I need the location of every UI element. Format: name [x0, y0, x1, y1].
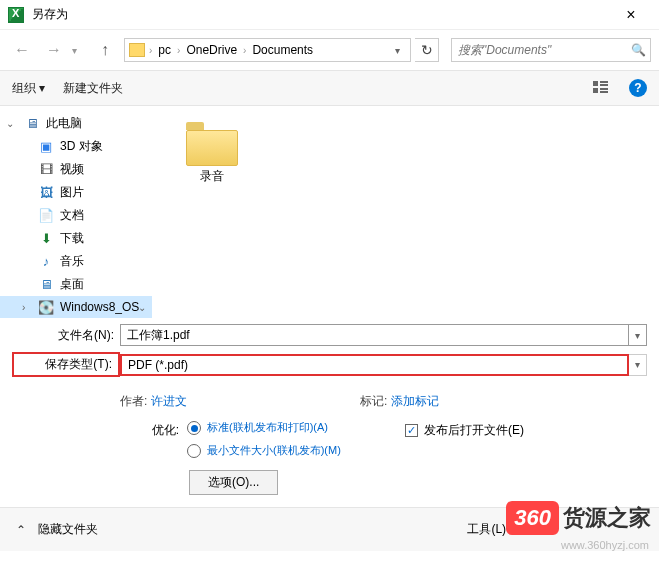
options-button[interactable]: 选项(O)...	[189, 470, 278, 495]
nav-up-button[interactable]: ↑	[94, 39, 116, 61]
search-input[interactable]	[452, 43, 626, 57]
breadcrumb-root[interactable]: pc	[154, 43, 175, 57]
nav-history-dropdown[interactable]: ▾	[72, 45, 86, 56]
sidebar-item-label: 下载	[60, 230, 84, 247]
chevron-down-icon: ⌄	[138, 302, 146, 313]
address-bar[interactable]: › pc › OneDrive › Documents ▾	[124, 38, 411, 62]
optimize-standard-radio[interactable]: 标准(联机发布和打印)(A)	[187, 420, 367, 435]
svg-rect-4	[600, 88, 608, 90]
sidebar-item-label: Windows8_OS	[60, 300, 139, 314]
sidebar-item-video[interactable]: 🎞 视频	[0, 158, 152, 181]
breadcrumb-mid[interactable]: OneDrive	[182, 43, 241, 57]
filetype-dropdown[interactable]: ▾	[629, 354, 647, 376]
nav-forward-button[interactable]: →	[40, 36, 68, 64]
sidebar-item-label: 此电脑	[46, 115, 82, 132]
radio-icon	[187, 444, 201, 458]
sidebar-item-desktop[interactable]: 🖥 桌面	[0, 273, 152, 296]
sidebar-item-3d[interactable]: ▣ 3D 对象	[0, 135, 152, 158]
organize-menu[interactable]: 组织 ▾	[12, 80, 45, 97]
sidebar-item-documents[interactable]: 📄 文档	[0, 204, 152, 227]
tags-label: 标记:	[360, 393, 387, 410]
music-icon: ♪	[38, 254, 54, 270]
refresh-button[interactable]: ↻	[415, 38, 439, 62]
sidebar-item-label: 图片	[60, 184, 84, 201]
search-box[interactable]: 🔍	[451, 38, 651, 62]
chevron-right-icon: ›	[149, 45, 152, 56]
svg-rect-0	[593, 81, 598, 86]
document-icon: 📄	[38, 208, 54, 224]
folder-icon	[129, 43, 145, 57]
sidebar: ⌄ 🖥 此电脑 ▣ 3D 对象 🎞 视频 🖼 图片 📄 文档 ⬇ 下载 ♪ 音乐	[0, 106, 152, 318]
radio-label: 标准(联机发布和打印)(A)	[207, 420, 328, 434]
open-after-checkbox[interactable]: ✓ 发布后打开文件(E)	[405, 422, 524, 439]
filetype-label: 保存类型(T):	[12, 352, 120, 377]
nav-back-button[interactable]: ←	[8, 36, 36, 64]
hide-folders-button[interactable]: 隐藏文件夹	[38, 521, 98, 538]
video-icon: 🎞	[38, 162, 54, 178]
svg-rect-5	[600, 91, 608, 93]
download-icon: ⬇	[38, 231, 54, 247]
tools-label: 工具(L)	[467, 521, 506, 538]
new-folder-button[interactable]: 新建文件夹	[63, 80, 123, 97]
author-value[interactable]: 许进文	[151, 393, 187, 410]
radio-label: 最小文件大小(联机发布)(M)	[207, 443, 341, 457]
chevron-down-icon: ▼	[512, 525, 521, 535]
sidebar-item-this-pc[interactable]: ⌄ 🖥 此电脑	[0, 112, 152, 135]
sidebar-item-drive[interactable]: › 💽 Windows8_OS ⌄	[0, 296, 152, 318]
breadcrumb-leaf[interactable]: Documents	[248, 43, 317, 57]
folder-item[interactable]: 录音	[176, 122, 248, 185]
sidebar-item-label: 桌面	[60, 276, 84, 293]
expand-icon[interactable]: ⌃	[16, 523, 26, 537]
optimize-minimum-radio[interactable]: 最小文件大小(联机发布)(M)	[187, 443, 367, 458]
sidebar-item-label: 音乐	[60, 253, 84, 270]
sidebar-item-music[interactable]: ♪ 音乐	[0, 250, 152, 273]
filename-input[interactable]	[120, 324, 629, 346]
author-label: 作者:	[120, 393, 147, 410]
search-icon[interactable]: 🔍	[626, 43, 650, 57]
app-icon	[8, 7, 24, 23]
chevron-right-icon: ›	[243, 45, 246, 56]
chevron-down-icon[interactable]: ⌄	[6, 118, 14, 129]
cube-icon: ▣	[38, 139, 54, 155]
filename-label: 文件名(N):	[12, 327, 120, 344]
picture-icon: 🖼	[38, 185, 54, 201]
radio-icon	[187, 421, 201, 435]
view-mode-button[interactable]	[591, 78, 611, 98]
optimize-label: 优化:	[12, 420, 187, 439]
svg-rect-1	[600, 81, 608, 83]
svg-rect-2	[600, 84, 608, 86]
chevron-right-icon[interactable]: ›	[22, 302, 25, 313]
sidebar-item-pictures[interactable]: 🖼 图片	[0, 181, 152, 204]
desktop-icon: 🖥	[38, 277, 54, 293]
filetype-input[interactable]	[120, 354, 629, 376]
address-dropdown[interactable]: ▾	[389, 45, 406, 56]
svg-rect-3	[593, 88, 598, 93]
sidebar-item-downloads[interactable]: ⬇ 下载	[0, 227, 152, 250]
window-title: 另存为	[32, 6, 611, 23]
tools-menu[interactable]: 工具(L) ▼	[467, 521, 521, 538]
folder-icon	[186, 122, 238, 164]
tags-value[interactable]: 添加标记	[391, 393, 439, 410]
drive-icon: 💽	[38, 299, 54, 315]
filename-dropdown[interactable]: ▾	[629, 324, 647, 346]
chevron-right-icon: ›	[177, 45, 180, 56]
file-list[interactable]: 录音	[152, 106, 659, 318]
checkbox-icon: ✓	[405, 424, 418, 437]
sidebar-item-label: 视频	[60, 161, 84, 178]
help-button[interactable]: ?	[629, 79, 647, 97]
sidebar-item-label: 3D 对象	[60, 138, 103, 155]
close-button[interactable]: ×	[611, 1, 651, 29]
pc-icon: 🖥	[24, 116, 40, 132]
sidebar-item-label: 文档	[60, 207, 84, 224]
checkbox-label: 发布后打开文件(E)	[424, 422, 524, 439]
folder-label: 录音	[200, 168, 224, 185]
